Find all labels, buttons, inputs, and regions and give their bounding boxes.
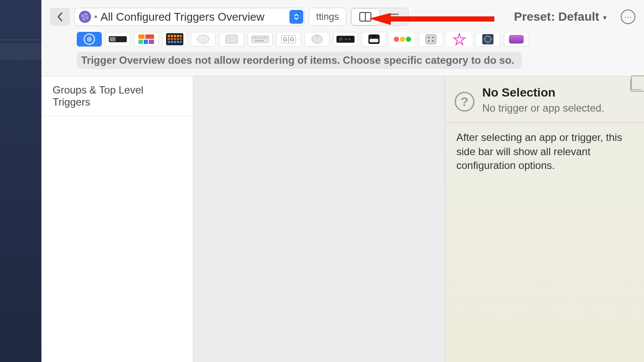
chevron-down-icon: ▼ xyxy=(602,14,608,21)
config-sidebar: ? No Selection No trigger or app selecte… xyxy=(445,76,644,362)
trigger-category-title: All Configured Triggers Overview xyxy=(101,10,264,24)
triggers-list-column[interactable] xyxy=(193,76,445,362)
preset-label: Preset: Default xyxy=(514,10,600,24)
btt-remote-icon[interactable] xyxy=(504,32,529,47)
other-triggers-icon[interactable] xyxy=(475,32,500,47)
status-dot xyxy=(94,16,97,18)
help-icon: ? xyxy=(455,92,474,112)
svg-rect-12 xyxy=(110,37,116,41)
svg-rect-30 xyxy=(171,41,173,43)
svg-point-34 xyxy=(197,35,209,44)
sidebar-active-item[interactable] xyxy=(0,43,41,60)
drawing-gesture-icon[interactable] xyxy=(447,32,472,47)
svg-rect-43 xyxy=(266,37,267,38)
svg-rect-16 xyxy=(144,40,148,44)
svg-rect-27 xyxy=(177,38,179,40)
svg-point-56 xyxy=(432,37,434,38)
svg-rect-53 xyxy=(370,39,378,42)
magic-mouse-icon[interactable] xyxy=(191,32,216,47)
trigger-type-icon-row: G G xyxy=(41,30,644,50)
svg-rect-36 xyxy=(251,36,269,43)
touchbar-icon[interactable] xyxy=(105,32,130,47)
view-mode-toggle xyxy=(351,8,408,26)
svg-rect-39 xyxy=(257,37,258,38)
keyboard-icon[interactable] xyxy=(248,32,273,47)
floating-menu-icon[interactable] xyxy=(134,32,159,47)
column-view-button[interactable] xyxy=(351,8,380,25)
svg-point-5 xyxy=(388,14,390,15)
trigger-category-dropdown[interactable]: All Configured Triggers Overview xyxy=(74,8,305,26)
svg-rect-28 xyxy=(180,38,182,40)
preset-menu[interactable]: Preset: Default ▼ xyxy=(514,10,608,24)
svg-rect-32 xyxy=(177,41,179,43)
config-sidebar-body: After selecting an app or trigger, this … xyxy=(445,123,644,180)
svg-point-49 xyxy=(345,38,347,40)
info-message: Trigger Overview does not allow reorderi… xyxy=(77,52,522,69)
svg-rect-40 xyxy=(259,37,261,38)
all-triggers-icon[interactable] xyxy=(77,32,102,47)
svg-rect-65 xyxy=(509,35,524,44)
svg-rect-15 xyxy=(138,40,143,44)
top-toolbar: All Configured Triggers Overview ttings … xyxy=(41,0,644,30)
svg-rect-35 xyxy=(226,35,238,44)
svg-rect-38 xyxy=(255,37,256,38)
list-view-button[interactable] xyxy=(380,8,408,25)
svg-rect-24 xyxy=(168,38,170,40)
svg-rect-52 xyxy=(372,34,376,37)
svg-rect-31 xyxy=(174,41,176,43)
svg-point-6 xyxy=(388,16,390,18)
svg-rect-41 xyxy=(261,37,263,38)
svg-rect-33 xyxy=(180,41,182,43)
svg-rect-22 xyxy=(177,35,179,37)
dropdown-chevron-icon[interactable] xyxy=(289,10,303,24)
svg-point-55 xyxy=(428,37,430,38)
remote-icon[interactable] xyxy=(333,32,358,47)
svg-rect-54 xyxy=(426,34,436,44)
svg-rect-42 xyxy=(264,37,265,38)
svg-rect-17 xyxy=(149,40,154,44)
svg-point-57 xyxy=(428,40,430,42)
groups-header: Groups & Top Level Triggers xyxy=(41,76,193,116)
svg-rect-44 xyxy=(255,40,264,41)
svg-rect-26 xyxy=(174,38,176,40)
trackpad-icon[interactable] xyxy=(219,32,244,47)
svg-point-10 xyxy=(87,37,92,42)
svg-point-48 xyxy=(339,37,342,41)
notch-bar-icon[interactable] xyxy=(361,32,386,47)
svg-rect-13 xyxy=(138,34,145,39)
svg-rect-37 xyxy=(253,37,254,38)
svg-rect-20 xyxy=(171,35,173,37)
svg-rect-19 xyxy=(168,35,170,37)
more-options-button[interactable]: ⋯ xyxy=(621,9,635,24)
apps-sidebar[interactable] xyxy=(0,0,41,362)
svg-rect-23 xyxy=(180,35,182,37)
svg-point-7 xyxy=(388,19,390,20)
no-selection-title: No Selection xyxy=(482,86,604,100)
settings-button[interactable]: ttings xyxy=(309,8,346,26)
detach-window-icon[interactable] xyxy=(630,79,644,92)
svg-rect-21 xyxy=(174,35,176,37)
no-selection-subtitle: No trigger or app selected. xyxy=(482,101,604,115)
back-button[interactable] xyxy=(50,8,70,26)
normal-mouse-icon[interactable] xyxy=(305,32,330,47)
app-icon xyxy=(79,11,91,23)
svg-rect-29 xyxy=(168,41,170,43)
siri-remote-icon[interactable] xyxy=(418,32,443,47)
key-sequence-icon[interactable]: G G xyxy=(276,32,301,47)
window-buttons-icon[interactable] xyxy=(390,32,415,47)
groups-column[interactable]: Groups & Top Level Triggers xyxy=(41,76,193,362)
svg-point-58 xyxy=(432,40,434,42)
svg-rect-25 xyxy=(171,38,173,40)
settings-label-partial: ttings xyxy=(316,11,339,22)
content-area: Groups & Top Level Triggers ? No Selecti… xyxy=(41,76,644,362)
svg-rect-14 xyxy=(145,34,154,39)
svg-point-50 xyxy=(349,38,350,40)
stream-deck-icon[interactable] xyxy=(162,32,187,47)
